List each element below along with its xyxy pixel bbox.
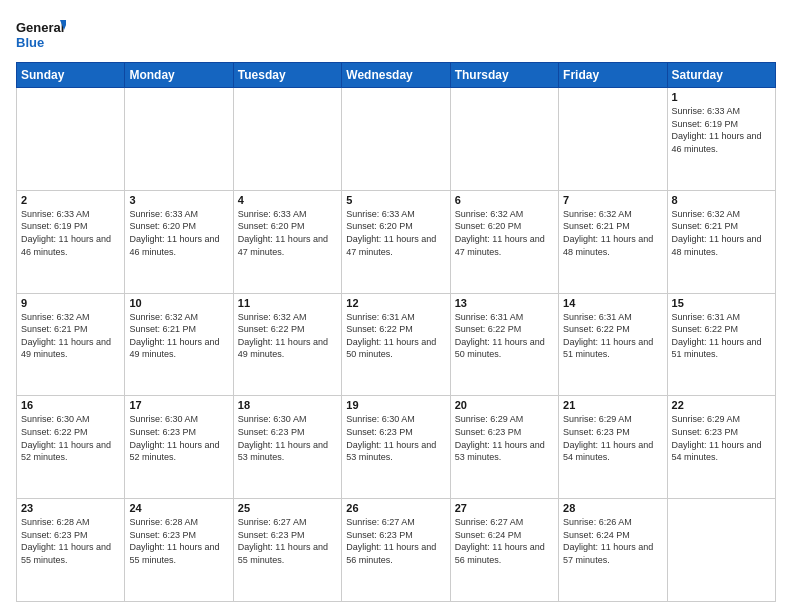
day-cell: 1Sunrise: 6:33 AM Sunset: 6:19 PM Daylig… xyxy=(667,88,775,191)
day-cell: 20Sunrise: 6:29 AM Sunset: 6:23 PM Dayli… xyxy=(450,396,558,499)
day-info: Sunrise: 6:31 AM Sunset: 6:22 PM Dayligh… xyxy=(346,311,445,361)
day-cell xyxy=(342,88,450,191)
day-info: Sunrise: 6:33 AM Sunset: 6:19 PM Dayligh… xyxy=(672,105,771,155)
day-number: 10 xyxy=(129,297,228,309)
day-number: 28 xyxy=(563,502,662,514)
day-cell: 16Sunrise: 6:30 AM Sunset: 6:22 PM Dayli… xyxy=(17,396,125,499)
day-cell: 12Sunrise: 6:31 AM Sunset: 6:22 PM Dayli… xyxy=(342,293,450,396)
col-header-thursday: Thursday xyxy=(450,63,558,88)
day-cell xyxy=(125,88,233,191)
day-info: Sunrise: 6:30 AM Sunset: 6:23 PM Dayligh… xyxy=(238,413,337,463)
day-cell: 19Sunrise: 6:30 AM Sunset: 6:23 PM Dayli… xyxy=(342,396,450,499)
day-cell: 28Sunrise: 6:26 AM Sunset: 6:24 PM Dayli… xyxy=(559,499,667,602)
day-number: 11 xyxy=(238,297,337,309)
day-number: 9 xyxy=(21,297,120,309)
day-cell: 13Sunrise: 6:31 AM Sunset: 6:22 PM Dayli… xyxy=(450,293,558,396)
day-cell: 10Sunrise: 6:32 AM Sunset: 6:21 PM Dayli… xyxy=(125,293,233,396)
day-info: Sunrise: 6:27 AM Sunset: 6:23 PM Dayligh… xyxy=(346,516,445,566)
day-number: 5 xyxy=(346,194,445,206)
day-info: Sunrise: 6:32 AM Sunset: 6:22 PM Dayligh… xyxy=(238,311,337,361)
svg-text:Blue: Blue xyxy=(16,35,44,50)
day-info: Sunrise: 6:31 AM Sunset: 6:22 PM Dayligh… xyxy=(563,311,662,361)
day-info: Sunrise: 6:29 AM Sunset: 6:23 PM Dayligh… xyxy=(672,413,771,463)
day-info: Sunrise: 6:27 AM Sunset: 6:23 PM Dayligh… xyxy=(238,516,337,566)
day-cell: 11Sunrise: 6:32 AM Sunset: 6:22 PM Dayli… xyxy=(233,293,341,396)
col-header-monday: Monday xyxy=(125,63,233,88)
day-number: 21 xyxy=(563,399,662,411)
page: General Blue SundayMondayTuesdayWednesda… xyxy=(0,0,792,612)
day-info: Sunrise: 6:31 AM Sunset: 6:22 PM Dayligh… xyxy=(672,311,771,361)
week-row-4: 16Sunrise: 6:30 AM Sunset: 6:22 PM Dayli… xyxy=(17,396,776,499)
day-cell xyxy=(667,499,775,602)
day-info: Sunrise: 6:32 AM Sunset: 6:21 PM Dayligh… xyxy=(563,208,662,258)
day-info: Sunrise: 6:29 AM Sunset: 6:23 PM Dayligh… xyxy=(455,413,554,463)
day-number: 1 xyxy=(672,91,771,103)
day-cell: 4Sunrise: 6:33 AM Sunset: 6:20 PM Daylig… xyxy=(233,190,341,293)
day-info: Sunrise: 6:32 AM Sunset: 6:21 PM Dayligh… xyxy=(672,208,771,258)
day-cell: 2Sunrise: 6:33 AM Sunset: 6:19 PM Daylig… xyxy=(17,190,125,293)
day-info: Sunrise: 6:31 AM Sunset: 6:22 PM Dayligh… xyxy=(455,311,554,361)
day-number: 13 xyxy=(455,297,554,309)
day-info: Sunrise: 6:33 AM Sunset: 6:20 PM Dayligh… xyxy=(129,208,228,258)
day-number: 17 xyxy=(129,399,228,411)
col-header-wednesday: Wednesday xyxy=(342,63,450,88)
day-cell: 22Sunrise: 6:29 AM Sunset: 6:23 PM Dayli… xyxy=(667,396,775,499)
day-cell xyxy=(559,88,667,191)
day-number: 6 xyxy=(455,194,554,206)
day-cell: 24Sunrise: 6:28 AM Sunset: 6:23 PM Dayli… xyxy=(125,499,233,602)
day-cell xyxy=(233,88,341,191)
day-number: 2 xyxy=(21,194,120,206)
day-info: Sunrise: 6:33 AM Sunset: 6:19 PM Dayligh… xyxy=(21,208,120,258)
day-number: 12 xyxy=(346,297,445,309)
col-header-tuesday: Tuesday xyxy=(233,63,341,88)
header: General Blue xyxy=(16,16,776,54)
day-cell: 3Sunrise: 6:33 AM Sunset: 6:20 PM Daylig… xyxy=(125,190,233,293)
logo-svg: General Blue xyxy=(16,16,66,54)
day-info: Sunrise: 6:33 AM Sunset: 6:20 PM Dayligh… xyxy=(346,208,445,258)
day-cell: 26Sunrise: 6:27 AM Sunset: 6:23 PM Dayli… xyxy=(342,499,450,602)
day-cell: 9Sunrise: 6:32 AM Sunset: 6:21 PM Daylig… xyxy=(17,293,125,396)
day-number: 24 xyxy=(129,502,228,514)
day-info: Sunrise: 6:26 AM Sunset: 6:24 PM Dayligh… xyxy=(563,516,662,566)
day-cell: 5Sunrise: 6:33 AM Sunset: 6:20 PM Daylig… xyxy=(342,190,450,293)
day-info: Sunrise: 6:32 AM Sunset: 6:21 PM Dayligh… xyxy=(21,311,120,361)
day-cell: 27Sunrise: 6:27 AM Sunset: 6:24 PM Dayli… xyxy=(450,499,558,602)
col-header-friday: Friday xyxy=(559,63,667,88)
day-info: Sunrise: 6:27 AM Sunset: 6:24 PM Dayligh… xyxy=(455,516,554,566)
day-cell: 7Sunrise: 6:32 AM Sunset: 6:21 PM Daylig… xyxy=(559,190,667,293)
day-info: Sunrise: 6:28 AM Sunset: 6:23 PM Dayligh… xyxy=(21,516,120,566)
day-cell: 21Sunrise: 6:29 AM Sunset: 6:23 PM Dayli… xyxy=(559,396,667,499)
day-cell: 14Sunrise: 6:31 AM Sunset: 6:22 PM Dayli… xyxy=(559,293,667,396)
day-cell xyxy=(17,88,125,191)
day-number: 15 xyxy=(672,297,771,309)
day-info: Sunrise: 6:32 AM Sunset: 6:21 PM Dayligh… xyxy=(129,311,228,361)
svg-text:General: General xyxy=(16,20,64,35)
col-header-sunday: Sunday xyxy=(17,63,125,88)
day-number: 27 xyxy=(455,502,554,514)
day-number: 25 xyxy=(238,502,337,514)
day-number: 7 xyxy=(563,194,662,206)
day-cell: 6Sunrise: 6:32 AM Sunset: 6:20 PM Daylig… xyxy=(450,190,558,293)
logo: General Blue xyxy=(16,16,66,54)
day-number: 23 xyxy=(21,502,120,514)
day-number: 16 xyxy=(21,399,120,411)
calendar-table: SundayMondayTuesdayWednesdayThursdayFrid… xyxy=(16,62,776,602)
day-number: 3 xyxy=(129,194,228,206)
day-cell: 25Sunrise: 6:27 AM Sunset: 6:23 PM Dayli… xyxy=(233,499,341,602)
day-info: Sunrise: 6:29 AM Sunset: 6:23 PM Dayligh… xyxy=(563,413,662,463)
day-cell xyxy=(450,88,558,191)
day-number: 20 xyxy=(455,399,554,411)
day-number: 14 xyxy=(563,297,662,309)
day-headers: SundayMondayTuesdayWednesdayThursdayFrid… xyxy=(17,63,776,88)
day-info: Sunrise: 6:30 AM Sunset: 6:23 PM Dayligh… xyxy=(346,413,445,463)
day-number: 26 xyxy=(346,502,445,514)
day-info: Sunrise: 6:30 AM Sunset: 6:22 PM Dayligh… xyxy=(21,413,120,463)
day-number: 22 xyxy=(672,399,771,411)
day-info: Sunrise: 6:30 AM Sunset: 6:23 PM Dayligh… xyxy=(129,413,228,463)
week-row-2: 2Sunrise: 6:33 AM Sunset: 6:19 PM Daylig… xyxy=(17,190,776,293)
week-row-1: 1Sunrise: 6:33 AM Sunset: 6:19 PM Daylig… xyxy=(17,88,776,191)
day-info: Sunrise: 6:33 AM Sunset: 6:20 PM Dayligh… xyxy=(238,208,337,258)
day-number: 8 xyxy=(672,194,771,206)
day-number: 4 xyxy=(238,194,337,206)
day-cell: 23Sunrise: 6:28 AM Sunset: 6:23 PM Dayli… xyxy=(17,499,125,602)
